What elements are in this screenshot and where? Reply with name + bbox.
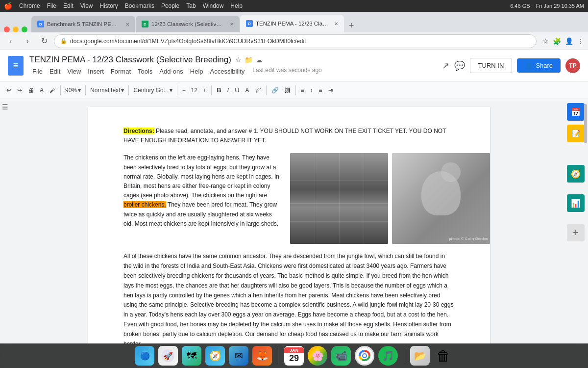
- dock-maps[interactable]: 🗺: [182, 346, 201, 366]
- comments-sidebar-button[interactable]: ☰: [2, 103, 15, 111]
- dock-finder[interactable]: 🔵: [135, 346, 154, 366]
- dock-finder-2[interactable]: 📂: [410, 346, 430, 366]
- scrollbar-thumb[interactable]: [584, 104, 587, 143]
- link-button[interactable]: 🔗: [269, 85, 281, 95]
- cloud-icon[interactable]: ☁: [256, 56, 263, 64]
- menu-view[interactable]: View: [80, 2, 93, 9]
- dock-trash[interactable]: 🗑: [434, 346, 453, 366]
- dock-launchpad[interactable]: 🚀: [158, 346, 178, 366]
- font-size-decrease-button[interactable]: −: [180, 85, 188, 95]
- style-select[interactable]: Normal text ▾: [88, 86, 126, 95]
- undo-button[interactable]: ↩: [4, 85, 14, 95]
- another-sidebar-icon[interactable]: 📊: [567, 194, 585, 212]
- tab-classwork[interactable]: D 12/23 Classwork (Selective Bre ✕: [136, 16, 240, 32]
- menu-item-tools[interactable]: Tools: [135, 67, 155, 76]
- notes-sidebar-icon[interactable]: 📝: [567, 125, 585, 142]
- tab-close-classwork[interactable]: ✕: [230, 22, 234, 27]
- menu-edit[interactable]: Edit: [63, 2, 74, 9]
- add-sidebar-icon[interactable]: +: [567, 224, 585, 241]
- menu-help[interactable]: Help: [230, 2, 243, 9]
- photo-credit: photo: © Colin Gordon: [449, 236, 488, 242]
- indent-button[interactable]: ⇥: [326, 85, 336, 95]
- menu-window[interactable]: Window: [203, 2, 224, 9]
- italic-button[interactable]: I: [225, 85, 232, 95]
- profile-icon[interactable]: 👤: [565, 37, 573, 45]
- divider-6: [266, 85, 267, 95]
- dock-calendar[interactable]: JAN 29: [284, 346, 304, 366]
- menu-file[interactable]: File: [47, 2, 56, 9]
- folder-icon[interactable]: 📁: [245, 56, 253, 64]
- reload-button[interactable]: ↻: [37, 34, 51, 48]
- tab-bar: D Benchmark 5 TENZIN PEMA - ✕ D 12/23 Cl…: [0, 12, 588, 32]
- image-button[interactable]: 🖼: [282, 85, 293, 95]
- paint-format-button[interactable]: 🖌: [47, 85, 58, 95]
- minimize-window-button[interactable]: [13, 26, 19, 32]
- menu-item-format[interactable]: Format: [108, 67, 134, 76]
- menu-item-file[interactable]: File: [29, 67, 46, 76]
- menu-item-help[interactable]: Help: [187, 67, 206, 76]
- line-spacing-button[interactable]: ↕: [308, 85, 316, 95]
- menu-item-view[interactable]: View: [64, 67, 84, 76]
- text-color-button[interactable]: A: [243, 85, 252, 95]
- share-icon: 👤: [525, 62, 533, 69]
- list-button[interactable]: ≡: [317, 85, 325, 95]
- tab-benchmark[interactable]: D Benchmark 5 TENZIN PEMA - ✕: [31, 16, 135, 32]
- close-window-button[interactable]: [4, 26, 10, 32]
- font-select[interactable]: Century Go... ▾: [131, 86, 174, 95]
- redo-button[interactable]: ↪: [15, 85, 24, 95]
- title-icons: ☆ 📁 ☁: [235, 56, 263, 64]
- explore-sidebar-icon[interactable]: 🧭: [567, 165, 585, 183]
- svg-point-6: [363, 354, 366, 357]
- dock-chrome[interactable]: [355, 346, 374, 366]
- svg-text:🔵: 🔵: [140, 351, 150, 361]
- new-tab-button[interactable]: +: [344, 19, 358, 32]
- menu-tab[interactable]: Tab: [186, 2, 196, 9]
- menu-item-edit[interactable]: Edit: [47, 67, 63, 76]
- apple-menu[interactable]: 🍎: [4, 2, 12, 10]
- turn-in-button[interactable]: TURN IN: [470, 58, 513, 73]
- menu-chrome[interactable]: Chrome: [19, 2, 40, 9]
- avatar[interactable]: TP: [565, 58, 580, 73]
- comment-icon[interactable]: 💬: [454, 60, 465, 71]
- menu-history[interactable]: History: [100, 2, 118, 9]
- bold-button[interactable]: B: [214, 85, 223, 95]
- title-text[interactable]: TENZIN PEMA - 12/23 Classwork (Selective…: [29, 55, 231, 65]
- divider-4: [177, 85, 177, 95]
- dock-firefox[interactable]: 🦊: [252, 346, 272, 366]
- print-button[interactable]: 🖨: [25, 85, 36, 95]
- back-button[interactable]: ‹: [4, 34, 18, 48]
- doc-scroll-area[interactable]: Directions: Please read, annotate, and a…: [15, 99, 564, 343]
- more-options-icon[interactable]: ⋮: [577, 37, 584, 45]
- tab-close-active[interactable]: ✕: [334, 21, 338, 26]
- document-page: Directions: Please read, annotate, and a…: [88, 107, 490, 343]
- forward-button[interactable]: ›: [21, 34, 34, 48]
- scrollbar-track[interactable]: [583, 99, 588, 343]
- spellcheck-button[interactable]: A: [37, 85, 46, 95]
- menu-item-addons[interactable]: Add-ons: [156, 67, 186, 76]
- menu-bookmarks[interactable]: Bookmarks: [125, 2, 154, 9]
- underline-button[interactable]: U: [232, 85, 242, 95]
- menu-item-accessibility[interactable]: Accessibility: [207, 67, 248, 76]
- font-size-increase-button[interactable]: +: [200, 85, 209, 95]
- zoom-select[interactable]: 90% ▾: [63, 86, 83, 95]
- url-input[interactable]: 🔒 docs.google.com/document/d/1MEVZpls4Oo…: [54, 34, 537, 48]
- calendar-sidebar-icon[interactable]: 📅: [567, 103, 585, 121]
- dock-mail[interactable]: ✉: [229, 346, 248, 366]
- highlight-button[interactable]: 🖊: [253, 85, 264, 95]
- align-button[interactable]: ≡: [298, 85, 307, 95]
- extensions-icon[interactable]: 🧩: [553, 37, 561, 45]
- dock-spotify[interactable]: 🎵: [378, 346, 398, 366]
- dock-facetime[interactable]: 📹: [331, 346, 351, 366]
- activity-icon[interactable]: ↗: [442, 60, 449, 71]
- menu-people[interactable]: People: [161, 2, 179, 9]
- dock-photos[interactable]: 🌸: [308, 346, 327, 366]
- tab-active[interactable]: D TENZIN PEMA - 12/23 Classwo ✕: [240, 15, 344, 32]
- share-button[interactable]: 👤 Share: [517, 58, 561, 73]
- tab-close-benchmark[interactable]: ✕: [125, 22, 129, 27]
- maximize-window-button[interactable]: [22, 26, 27, 32]
- bookmark-star-icon[interactable]: ☆: [542, 37, 549, 45]
- menu-item-insert[interactable]: Insert: [85, 67, 107, 76]
- svg-text:🚀: 🚀: [163, 351, 173, 361]
- dock-safari[interactable]: 🧭: [205, 346, 225, 366]
- star-icon[interactable]: ☆: [235, 56, 242, 64]
